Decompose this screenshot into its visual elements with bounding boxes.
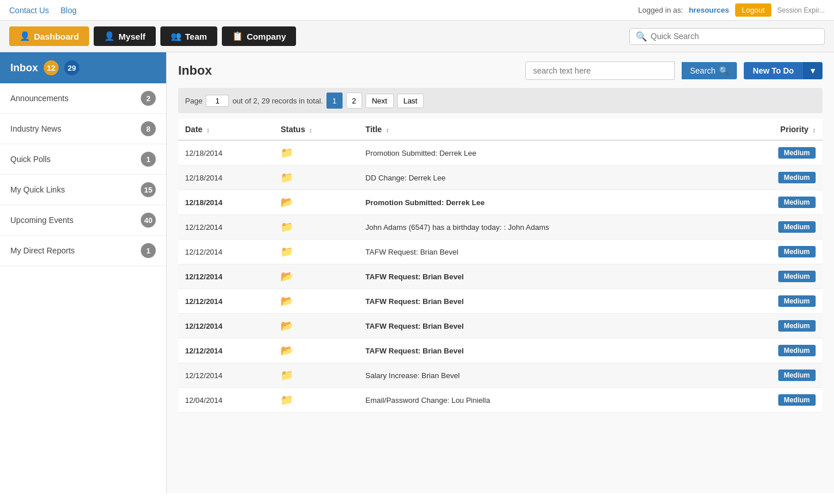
table-row[interactable]: 12/12/2014 📂 TAFW Request: Brian Bevel M… xyxy=(178,314,823,338)
cell-date: 12/18/2014 xyxy=(178,140,274,166)
col-priority[interactable]: Priority ↕ xyxy=(727,119,823,140)
table-row[interactable]: 12/18/2014 📁 DD Change: Derrek Lee Mediu… xyxy=(178,166,823,190)
sidebar-item-label: My Direct Reports xyxy=(10,246,75,255)
company-button[interactable]: 📋 Company xyxy=(222,26,296,46)
next-button[interactable]: Next xyxy=(366,94,394,108)
cell-priority: Medium xyxy=(727,215,823,240)
cell-priority: Medium xyxy=(727,190,823,215)
sidebar-item-label: Quick Polls xyxy=(10,155,51,164)
inbox-badge-blue: 29 xyxy=(64,60,79,75)
nav-search-wrapper: 🔍 xyxy=(629,28,825,45)
open-folder-icon: 📁 xyxy=(280,246,293,257)
sidebar-item[interactable]: My Quick Links 15 xyxy=(0,175,166,205)
open-folder-icon: 📁 xyxy=(280,394,293,406)
cell-priority: Medium xyxy=(727,363,823,388)
col-date[interactable]: Date ↕ xyxy=(178,119,274,140)
cell-priority: Medium xyxy=(727,140,823,166)
table-row[interactable]: 12/12/2014 📁 Salary Increase: Brian Beve… xyxy=(178,363,823,388)
sidebar-item[interactable]: Announcements 2 xyxy=(0,83,166,114)
myself-label: Myself xyxy=(118,32,145,41)
sidebar: Inbox 12 29 Announcements 2 Industry New… xyxy=(0,52,167,493)
title-sort-icon: ↕ xyxy=(386,126,389,133)
sidebar-item[interactable]: My Direct Reports 1 xyxy=(0,236,166,266)
content-area: Inbox Search 🔍 New To Do ▼ Page out of 2… xyxy=(167,52,834,493)
cell-date: 12/18/2014 xyxy=(178,190,274,215)
blog-link[interactable]: Blog xyxy=(60,6,76,15)
closed-folder-icon: 📂 xyxy=(280,197,293,208)
sidebar-item[interactable]: Industry News 8 xyxy=(0,114,166,144)
cell-priority: Medium xyxy=(727,388,823,413)
nav-search-input[interactable] xyxy=(651,32,818,41)
priority-badge: Medium xyxy=(778,246,816,257)
contact-us-link[interactable]: Contact Us xyxy=(9,6,49,15)
sidebar-item[interactable]: Quick Polls 1 xyxy=(0,144,166,175)
priority-badge: Medium xyxy=(778,147,816,159)
closed-folder-icon: 📂 xyxy=(280,295,293,307)
open-folder-icon: 📁 xyxy=(280,147,293,159)
cell-date: 12/04/2014 xyxy=(178,388,274,413)
priority-badge: Medium xyxy=(778,197,816,208)
sidebar-item-label: Upcoming Events xyxy=(10,216,74,225)
priority-badge: Medium xyxy=(778,172,816,183)
cell-status: 📁 xyxy=(274,240,359,264)
priority-badge: Medium xyxy=(778,345,816,356)
cell-title: TAFW Request: Brian Bevel xyxy=(359,338,727,363)
page-input[interactable] xyxy=(206,95,229,107)
sidebar-item-badge: 1 xyxy=(141,152,156,167)
priority-badge: Medium xyxy=(778,295,816,307)
team-button[interactable]: 👥 Team xyxy=(160,26,217,46)
logout-button[interactable]: Logout xyxy=(735,3,772,17)
cell-date: 12/12/2014 xyxy=(178,314,274,338)
table-row[interactable]: 12/18/2014 📁 Promotion Submitted: Derrek… xyxy=(178,140,823,166)
cell-priority: Medium xyxy=(727,289,823,314)
table-row[interactable]: 12/12/2014 📁 TAFW Request: Brian Bevel M… xyxy=(178,240,823,264)
company-label: Company xyxy=(247,32,286,41)
new-todo-dropdown-button[interactable]: ▼ xyxy=(803,62,823,79)
sidebar-item-label: My Quick Links xyxy=(10,185,65,194)
cell-date: 12/12/2014 xyxy=(178,338,274,363)
cell-title: TAFW Request: Brian Bevel xyxy=(359,289,727,314)
table-header-row: Date ↕ Status ↕ Title ↕ Priority ↕ xyxy=(178,119,823,140)
last-button[interactable]: Last xyxy=(397,94,424,108)
logged-in-label: Logged in as: xyxy=(638,6,683,14)
content-title: Inbox xyxy=(178,63,212,78)
page-label: Page xyxy=(185,97,202,105)
cell-title: John Adams (6547) has a birthday today: … xyxy=(359,215,727,240)
new-todo-wrapper: New To Do ▼ xyxy=(744,62,823,79)
table-row[interactable]: 12/04/2014 📁 Email/Password Change: Lou … xyxy=(178,388,823,413)
nav-bar: 👤 Dashboard 👤 Myself 👥 Team 📋 Company 🔍 xyxy=(0,21,834,52)
inbox-search-input[interactable] xyxy=(525,61,675,80)
closed-folder-icon: 📂 xyxy=(280,271,293,282)
cell-priority: Medium xyxy=(727,314,823,338)
open-folder-icon: 📁 xyxy=(280,221,293,233)
username: hresources xyxy=(689,6,729,14)
table-row[interactable]: 12/12/2014 📂 TAFW Request: Brian Bevel M… xyxy=(178,289,823,314)
nav-search-icon: 🔍 xyxy=(636,31,647,42)
new-todo-button[interactable]: New To Do xyxy=(744,62,803,79)
sidebar-item-badge: 40 xyxy=(141,213,156,228)
table-row[interactable]: 12/12/2014 📁 John Adams (6547) has a bir… xyxy=(178,215,823,240)
cell-priority: Medium xyxy=(727,338,823,363)
myself-button[interactable]: 👤 Myself xyxy=(94,26,156,46)
page-2-button[interactable]: 2 xyxy=(346,93,362,109)
dashboard-button[interactable]: 👤 Dashboard xyxy=(9,26,89,46)
sidebar-item-label: Announcements xyxy=(10,94,68,103)
col-status[interactable]: Status ↕ xyxy=(274,119,359,140)
cell-status: 📁 xyxy=(274,166,359,190)
sidebar-item[interactable]: Upcoming Events 40 xyxy=(0,205,166,236)
cell-priority: Medium xyxy=(727,240,823,264)
page-1-button[interactable]: 1 xyxy=(326,93,343,109)
cell-status: 📂 xyxy=(274,289,359,314)
status-sort-icon: ↕ xyxy=(309,126,313,133)
sidebar-inbox-header[interactable]: Inbox 12 29 xyxy=(0,52,166,83)
team-label: Team xyxy=(185,32,207,41)
table-row[interactable]: 12/12/2014 📂 TAFW Request: Brian Bevel M… xyxy=(178,264,823,289)
col-title[interactable]: Title ↕ xyxy=(359,119,727,140)
search-button[interactable]: Search 🔍 xyxy=(682,62,736,79)
date-sort-icon: ↕ xyxy=(206,126,210,133)
sidebar-item-badge: 1 xyxy=(141,243,156,258)
table-row[interactable]: 12/18/2014 📂 Promotion Submitted: Derrek… xyxy=(178,190,823,215)
table-row[interactable]: 12/12/2014 📂 TAFW Request: Brian Bevel M… xyxy=(178,338,823,363)
pagination-bar: Page out of 2, 29 records in total. 1 2 … xyxy=(178,88,823,113)
cell-title: TAFW Request: Brian Bevel xyxy=(359,314,727,338)
